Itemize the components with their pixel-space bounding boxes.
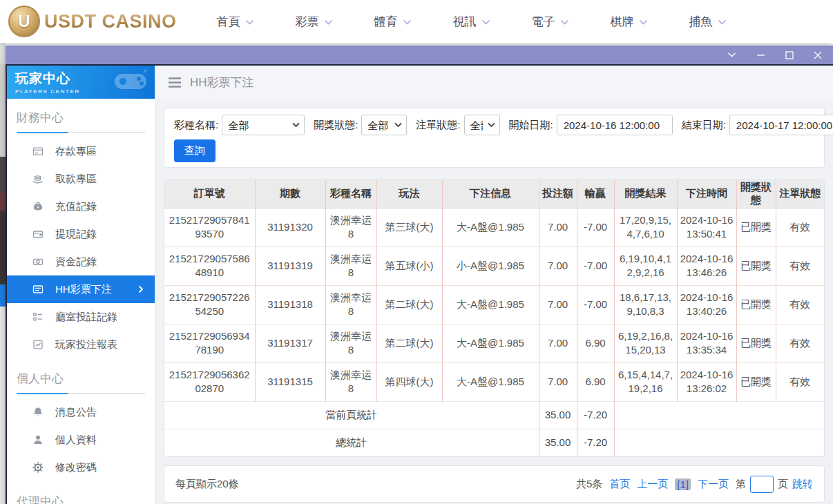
sidebar-item-取款專區[interactable]: 取款專區 [7, 165, 155, 193]
sidebar-item-label: 取款專區 [55, 173, 97, 186]
checklist-icon [32, 311, 44, 322]
sidebar-item-label: 資金記錄 [55, 255, 97, 269]
sidebar-item-label: 存款專區 [55, 145, 97, 158]
window-close-button[interactable] [814, 51, 822, 59]
nav-item-4[interactable]: 視訊 [453, 14, 490, 30]
table-cell: 6.90 [577, 362, 614, 401]
sidebar-section-label: 財務中心 [7, 99, 155, 132]
sidebar-item-HH彩票下注[interactable]: HH彩票下注 [7, 275, 155, 303]
query-button[interactable]: 查詢 [174, 139, 216, 162]
chevron-down-icon [718, 19, 727, 26]
lottery-name-select[interactable]: 全部 [222, 115, 305, 135]
report-chart-icon [32, 339, 44, 350]
sidebar-item-個人資料[interactable]: 個人資料 [7, 426, 155, 454]
start-date-input[interactable] [557, 115, 673, 135]
window-maximize-button[interactable] [785, 51, 794, 59]
player-center-window: 玩家中心 PLAYERS CENTER 財務中心存款專區取款專區¥充值記錄提現記… [6, 46, 833, 504]
summary-bet-total: 35.00 [539, 429, 577, 456]
table-cell: 澳洲幸运8 [325, 324, 376, 362]
menu-toggle-icon[interactable] [168, 77, 182, 88]
table-cell: 已開獎 [736, 362, 776, 401]
sidebar-section-label: 代理中心 [7, 483, 155, 504]
table-cell: -7.00 [577, 246, 614, 285]
nav-item-2[interactable]: 彩票 [296, 14, 333, 30]
bell-icon [32, 407, 44, 418]
nav-item-7[interactable]: 捕魚 [689, 14, 727, 30]
column-header-6: 投注額 [539, 180, 577, 208]
site-logo[interactable]: U USDT CASINO [8, 6, 177, 37]
filter-panel: 彩種名稱: 全部 開獎狀態: 全部 [164, 108, 825, 168]
table-cell: 大-A盤@1.985 [442, 362, 539, 401]
gear-icon [32, 462, 44, 473]
table-cell: -7.00 [577, 208, 614, 246]
next-page-link[interactable]: 下一页 [698, 478, 729, 491]
site-header: U USDT CASINO 首頁彩票體育視訊電子棋牌捕魚 [0, 0, 833, 43]
order-status-filter: 注單狀態: 全部 [416, 115, 499, 135]
first-page-link[interactable]: 首页 [609, 478, 630, 491]
table-cell: 6,19,2,16,8,15,20,13 [614, 324, 677, 362]
person-icon [32, 434, 44, 445]
table-cell: 大-A盤@1.985 [442, 285, 539, 324]
nav-item-6[interactable]: 棋牌 [611, 14, 648, 30]
summary-bet-total: 35.00 [539, 401, 577, 429]
chevron-down-icon [560, 19, 569, 26]
column-header-2: 期數 [255, 180, 325, 208]
sidebar-item-玩家投注報表[interactable]: 玩家投注報表 [7, 331, 155, 358]
table-cell: 2152172905784193570 [164, 208, 255, 246]
table-cell: 小-A盤@1.985 [442, 246, 539, 285]
bets-table-panel: 訂單號期數彩種名稱玩法下注信息投注額輸贏開獎結果下注時間開獎狀態注單狀態 215… [164, 180, 825, 457]
draw-status-filter: 開獎狀態: 全部 [314, 115, 407, 135]
nav-item-5[interactable]: 電子 [532, 14, 569, 30]
money-bag-icon: ¥ [32, 201, 44, 212]
prev-page-link[interactable]: 上一页 [637, 478, 668, 491]
end-date-input[interactable] [729, 115, 833, 135]
column-header-10: 開獎狀態 [736, 180, 776, 208]
total-count-text: 共5条 [576, 478, 602, 491]
jump-prefix-text: 第 [736, 478, 746, 491]
sidebar-item-資金記錄[interactable]: 資金記錄 [7, 248, 155, 275]
summary-row: 當前頁統計35.00-7.20 [164, 401, 824, 429]
table-cell: 第四球(大) [376, 362, 442, 401]
nav-item-1[interactable]: 首頁 [217, 14, 254, 30]
table-cell: 已開獎 [736, 324, 776, 362]
sidebar-item-修改密碼[interactable]: 修改密碼 [7, 454, 155, 481]
table-cell: 有效 [776, 208, 824, 246]
page-jump-input[interactable] [750, 476, 774, 493]
lottery-name-label: 彩種名稱: [174, 119, 218, 132]
jump-suffix-text: 页 [778, 478, 788, 491]
table-cell: 6,19,10,4,12,9,2,16 [614, 246, 677, 285]
chevron-down-icon [403, 19, 412, 26]
sidebar-item-存款專區[interactable]: 存款專區 [7, 137, 155, 165]
window-dropdown-icon[interactable] [727, 52, 736, 58]
sidebar-item-充值記錄[interactable]: ¥充值記錄 [7, 193, 155, 220]
section-underline [17, 393, 145, 394]
table-cell: 有效 [776, 246, 824, 285]
table-cell: 2024-10-16 13:40:26 [677, 285, 736, 324]
draw-status-select[interactable]: 全部 [361, 115, 407, 135]
page-header: HH彩票下注 [155, 66, 833, 99]
table-header-row: 訂單號期數彩種名稱玩法下注信息投注額輸贏開獎結果下注時間開獎狀態注單狀態 [164, 180, 824, 208]
column-header-3: 彩種名稱 [325, 180, 376, 208]
sidebar-item-label: 提現記錄 [55, 228, 97, 241]
order-status-select[interactable]: 全部 [464, 115, 500, 135]
jump-button[interactable]: 跳转 [792, 478, 813, 491]
column-header-7: 輸贏 [577, 180, 614, 208]
window-minimize-button[interactable] [756, 52, 765, 58]
filter-row: 彩種名稱: 全部 開獎狀態: 全部 [174, 115, 814, 135]
sidebar-item-廳室投註記錄[interactable]: 廳室投註記錄 [7, 303, 155, 331]
summary-winloss-total: -7.20 [577, 401, 614, 429]
column-header-11: 注單狀態 [776, 180, 824, 208]
current-page[interactable]: [1] [675, 478, 691, 490]
page-title: HH彩票下注 [190, 75, 254, 90]
sidebar-item-提現記錄[interactable]: 提現記錄 [7, 220, 155, 248]
summary-label: 總統計 [164, 429, 539, 456]
table-row: 215217290572265425031191318澳洲幸运8第二球(大)大-… [164, 285, 824, 324]
sidebar-item-消息公告[interactable]: 消息公告 [7, 398, 155, 426]
table-cell: 2024-10-16 13:35:34 [677, 324, 736, 362]
table-cell: 31191317 [255, 324, 325, 362]
table-cell: 2152172905636202870 [164, 362, 255, 401]
table-cell: 17,20,9,15,4,7,6,10 [614, 208, 677, 246]
nav-item-3[interactable]: 體育 [374, 14, 412, 30]
table-cell: 澳洲幸运8 [325, 246, 376, 285]
logo-text: USDT CASINO [44, 11, 177, 32]
